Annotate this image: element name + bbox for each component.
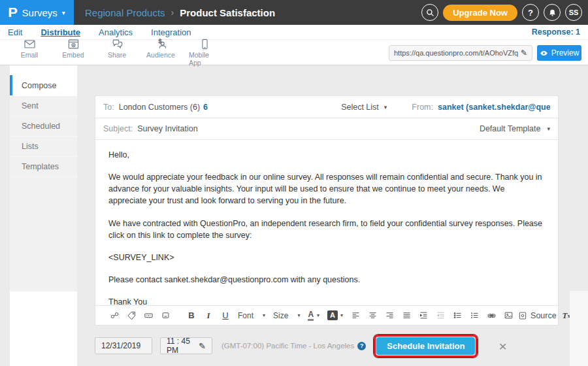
recipient-row: To: London Customers (6) 6 Select List ▾…	[95, 96, 558, 118]
font-dropdown[interactable]: Font ▾	[235, 311, 268, 320]
bulleted-list-icon[interactable]	[450, 308, 465, 323]
caret-down-icon: ▾	[317, 312, 319, 318]
hyperlink-icon[interactable]	[484, 308, 498, 323]
subject-label: Subject:	[103, 124, 133, 133]
notifications-button[interactable]	[544, 4, 561, 21]
italic-button[interactable]: I	[201, 308, 216, 323]
email-body-editor[interactable]: Hello, We would appreciate your feedback…	[95, 140, 558, 305]
schedule-bar: 12/31/2019 11 : 45 PM ✎ (GMT-07:00) Paci…	[95, 333, 559, 358]
sidebar-item-compose[interactable]: Compose	[10, 75, 77, 95]
font-dropdown-label: Font	[238, 311, 253, 320]
share-icon	[111, 38, 123, 50]
select-list-dropdown[interactable]: Select List ▾	[341, 103, 387, 112]
body-paragraph: <SURVEY_LINK>	[108, 252, 545, 263]
channel-email-label: Email	[21, 51, 38, 59]
align-left-icon[interactable]	[348, 308, 363, 323]
select-list-label: Select List	[341, 103, 379, 112]
tab-analytics[interactable]: Analytics	[99, 27, 133, 37]
edit-url-pencil-icon[interactable]: ✎	[521, 48, 527, 58]
body-paragraph: We have contracted with QuestionPro, an …	[108, 218, 545, 241]
schedule-time-field[interactable]: 11 : 45 PM ✎	[160, 337, 212, 354]
subject-row: Subject: Survey Invitation Default Templ…	[95, 118, 558, 140]
channel-email[interactable]: Email	[14, 38, 45, 67]
sidebar-item-scheduled[interactable]: Scheduled	[10, 116, 77, 137]
preview-button-label: Preview	[551, 48, 580, 58]
insert-field-icon[interactable]	[141, 308, 155, 323]
timezone-help-icon[interactable]: ?	[357, 342, 366, 350]
source-button-label: Source	[531, 311, 557, 320]
schedule-invitation-button[interactable]: Schedule Invitation	[376, 337, 475, 355]
sidebar-item-sent[interactable]: Sent	[10, 96, 77, 116]
tab-edit[interactable]: Edit	[8, 27, 22, 37]
subject-value[interactable]: Survey Invitation	[137, 124, 197, 133]
surveys-menu[interactable]: P Surveys ▾	[0, 0, 74, 25]
breadcrumb: Regional Products › Product Satisfaction	[85, 7, 275, 18]
close-icon[interactable]: ×	[498, 339, 506, 353]
from-label: From:	[412, 103, 433, 112]
caret-down-icon: ▾	[297, 312, 300, 318]
edit-time-pencil-icon[interactable]: ✎	[199, 341, 206, 351]
channel-mobile-app[interactable]: Mobile App	[189, 38, 220, 67]
insert-button-icon[interactable]	[158, 308, 172, 323]
survey-url-field[interactable]: https://qa.questionpro.com/t/AOhoVZfqml …	[389, 45, 532, 61]
help-button[interactable]: ?	[522, 4, 539, 21]
question-mark-icon: ?	[528, 8, 533, 18]
tab-integration[interactable]: Integration	[151, 27, 191, 37]
align-center-icon[interactable]	[365, 308, 380, 323]
to-value[interactable]: London Customers (6)	[119, 103, 200, 112]
distribute-toolbar: Email Embed Share $ Audience Mobile App …	[0, 39, 588, 65]
numbered-list-icon[interactable]	[467, 308, 482, 323]
breadcrumb-current: Product Satisfaction	[180, 7, 275, 18]
size-dropdown[interactable]: Size ▾	[270, 311, 302, 320]
insert-image-icon[interactable]	[501, 308, 515, 323]
channel-embed-label: Embed	[62, 51, 84, 59]
background-color-picker[interactable]: A ▾	[325, 310, 346, 320]
schedule-date-field[interactable]: 12/31/2019	[95, 337, 152, 354]
channel-audience[interactable]: $ Audience	[145, 38, 176, 67]
avatar-initials: SS	[569, 8, 579, 16]
channel-share-label: Share	[108, 51, 126, 59]
size-dropdown-label: Size	[273, 311, 288, 320]
from-value[interactable]: sanket (sanket.shekdar@ques...	[438, 103, 550, 112]
preview-button[interactable]: Preview	[537, 45, 581, 61]
align-justify-icon[interactable]	[399, 308, 414, 323]
channel-share[interactable]: Share	[101, 38, 133, 67]
channel-mobile-app-label: Mobile App	[189, 51, 220, 67]
align-right-icon[interactable]	[382, 308, 397, 323]
response-count[interactable]: Response: 1	[532, 27, 580, 37]
template-dropdown[interactable]: Default Template ▾	[480, 124, 550, 133]
compose-card: To: London Customers (6) 6 Select List ▾…	[95, 95, 559, 325]
upgrade-now-button[interactable]: Upgrade Now	[443, 5, 517, 21]
background-color-icon: A	[327, 310, 338, 320]
channel-embed[interactable]: Embed	[57, 38, 89, 67]
underline-button[interactable]: U	[218, 308, 233, 323]
survey-url-value: https://qa.questionpro.com/t/AOhoVZfqml	[394, 49, 518, 57]
questionpro-logo-icon: P	[8, 5, 18, 20]
schedule-highlight-ring: Schedule Invitation	[374, 335, 478, 358]
email-icon	[24, 38, 36, 50]
insert-tag-icon[interactable]	[124, 308, 139, 323]
to-label: To:	[103, 103, 114, 112]
from-field: From: sanket (sanket.shekdar@ques...	[412, 103, 550, 112]
text-color-picker[interactable]: A ▾	[305, 310, 322, 321]
eye-icon	[540, 49, 548, 58]
source-button[interactable]: Source	[518, 311, 557, 320]
search-button[interactable]	[421, 4, 438, 21]
caret-down-icon: ▾	[547, 125, 550, 132]
sidebar-item-lists[interactable]: Lists	[10, 137, 77, 157]
recipient-count[interactable]: 6	[203, 103, 208, 112]
schedule-time-value: 11 : 45 PM	[167, 337, 192, 355]
caret-down-icon: ▾	[263, 312, 265, 318]
breadcrumb-parent-link[interactable]: Regional Products	[85, 7, 165, 18]
bold-button[interactable]: B	[184, 308, 199, 323]
audience-icon: $	[155, 38, 167, 50]
tab-distribute[interactable]: Distribute	[41, 27, 80, 37]
caret-down-icon: ▾	[384, 104, 387, 110]
insert-link-icon[interactable]	[107, 308, 122, 323]
caret-down-icon: ▾	[62, 9, 65, 16]
avatar[interactable]: SS	[565, 4, 582, 21]
sidebar-item-templates[interactable]: Templates	[10, 157, 77, 177]
increase-indent-icon[interactable]	[416, 308, 431, 323]
decrease-indent-icon[interactable]	[433, 308, 448, 323]
body-paragraph: Thank You	[108, 296, 545, 305]
